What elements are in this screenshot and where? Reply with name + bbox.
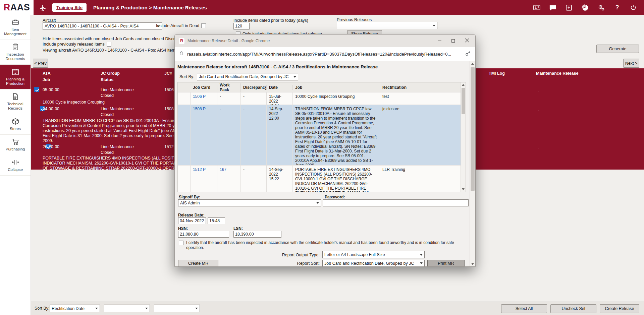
- window-title: Maintenance Release Detail - Google Chro…: [187, 39, 270, 43]
- row-ata: 04-00-00: [43, 107, 59, 111]
- uncheck-sel-button[interactable]: Uncheck Sel: [550, 304, 596, 313]
- scroll-up-icon[interactable]: [462, 84, 465, 86]
- sidebar-item-label: Collapse: [8, 168, 23, 172]
- window-title-bar: R Maintenance Release Detail - Google Ch…: [175, 35, 475, 47]
- scroll-down-icon[interactable]: [462, 188, 465, 190]
- create-mr-button[interactable]: Create MR: [178, 260, 218, 266]
- row-status: Closed: [101, 112, 114, 117]
- clipboard-icon: [1, 43, 30, 51]
- include-dead-checkbox[interactable]: [201, 23, 206, 28]
- days-input[interactable]: [233, 23, 250, 29]
- previous-releases-select[interactable]: [337, 22, 437, 29]
- table-scrollbar[interactable]: [461, 82, 466, 192]
- tab-training-site[interactable]: Training Site: [52, 3, 87, 12]
- password-input[interactable]: [323, 199, 469, 206]
- rectification-cell: jc closure: [380, 105, 461, 165]
- next-page-button[interactable]: Next >: [623, 59, 639, 68]
- sidebar-item-label: Stores: [10, 127, 21, 131]
- report-output-label: Report Output Type:: [253, 253, 320, 257]
- bottom-filter2-select[interactable]: [104, 305, 150, 312]
- release-date-input[interactable]: [178, 217, 206, 224]
- select-all-button[interactable]: Select All: [501, 304, 547, 313]
- hsn-label: HSN:: [178, 226, 188, 231]
- certify-text: I certify that the aircraft has been ins…: [186, 240, 461, 250]
- power-icon[interactable]: [629, 4, 637, 12]
- key-icon[interactable]: [465, 51, 471, 58]
- bottom-sort-select[interactable]: Rectification Date: [50, 305, 100, 312]
- bottom-filter3-select[interactable]: [154, 305, 200, 312]
- chevron-down-icon: [195, 308, 198, 309]
- bottom-sort-by-label: Sort By:: [35, 306, 49, 311]
- certify-checkbox[interactable]: [179, 241, 183, 245]
- date-cell: 15-Jul-202215:04: [267, 92, 293, 105]
- minimize-icon[interactable]: [438, 41, 441, 41]
- hide-items-text: Hide items associated with non-closed Jo…: [43, 37, 187, 41]
- col-job: Job: [293, 85, 380, 90]
- col-date: Date: [267, 85, 293, 90]
- include-dead-row: Include Aircraft in Dead: [156, 23, 206, 28]
- table-row[interactable]: 1512 P 167 - 14-Sep-202215:22 PORTABLE F…: [178, 166, 466, 192]
- row-checkbox[interactable]: [34, 87, 39, 92]
- collapse-arrows-icon: [1, 158, 30, 166]
- include-prev-checkbox[interactable]: [107, 42, 111, 47]
- sidebar-item-inspection-documents[interactable]: Inspection Documents: [0, 40, 31, 65]
- help-icon[interactable]: ?: [613, 4, 621, 12]
- report-sort-select[interactable]: Job Card and Rectification Date, Grouped…: [322, 260, 425, 266]
- row-jc-group: Line Maintenance: [101, 87, 134, 92]
- popup-scrollbar[interactable]: [470, 61, 475, 266]
- job-cell: 10000 Cycle Inspection Grouping: [293, 92, 380, 105]
- scrollbar-thumb[interactable]: [471, 67, 475, 191]
- chevron-down-icon: [433, 25, 435, 26]
- row-status: Closed: [101, 93, 114, 98]
- certify-row: I certify that the aircraft has been ins…: [179, 240, 463, 250]
- scrollbar-thumb[interactable]: [462, 88, 465, 114]
- col-job-card: Job Card: [191, 85, 217, 90]
- sidebar-item-collapse[interactable]: Collapse: [0, 155, 31, 176]
- table-row[interactable]: 1506 P - - 15-Jul-202215:04 10000 Cycle …: [178, 92, 466, 105]
- lsn-label: LSN:: [233, 226, 243, 231]
- create-release-button[interactable]: Create Release: [600, 304, 639, 313]
- job-card-link[interactable]: 1506 P: [191, 92, 217, 105]
- job-card-link[interactable]: 1512 P: [191, 166, 217, 192]
- sidebar-item-planning-production[interactable]: Planning & Production: [0, 65, 31, 89]
- contact-card-icon[interactable]: [533, 4, 541, 12]
- row-status: Closed: [101, 150, 114, 155]
- chevron-down-icon: [316, 202, 319, 204]
- rectification-cell: test: [380, 92, 461, 105]
- sidebar-item-item-management[interactable]: Item Management: [0, 15, 31, 40]
- maximize-icon[interactable]: [451, 39, 455, 43]
- print-mr-button[interactable]: Print MR: [427, 260, 465, 266]
- report-output-select[interactable]: Letter or A4 Landscape Full Size: [322, 251, 425, 258]
- pie-chart-icon[interactable]: [581, 4, 589, 12]
- url-text: raasais.aviationintertec.com/app/TMI/Air…: [187, 52, 465, 57]
- job-cell: PORTABLE FIRE EXTINGUISHERS 4MO INSPECTI…: [293, 166, 380, 192]
- chat-icon[interactable]: [549, 4, 557, 12]
- release-time-input[interactable]: [208, 217, 225, 224]
- sidebar-item-stores[interactable]: Stores: [0, 114, 31, 135]
- sort-by-select[interactable]: Job Card and Rectification Date, Grouped…: [197, 73, 298, 80]
- settings-gears-icon[interactable]: [597, 4, 605, 12]
- scroll-down-icon[interactable]: [471, 263, 474, 265]
- hsn-input[interactable]: [178, 231, 229, 238]
- generate-button[interactable]: Generate: [596, 45, 639, 53]
- row-mr-value: -: [538, 108, 539, 112]
- scroll-up-icon[interactable]: [471, 63, 474, 65]
- rectifications-table: Job Card Work Pack Discrepancy Date Job …: [177, 82, 466, 192]
- aircraft-select[interactable]: AVRO 146RJ100 - 146RJ100 - C-AIS4 - Pos:…: [43, 22, 162, 30]
- include-prev-label: Include previously released items: [43, 42, 105, 47]
- job-card-link[interactable]: 1508 P: [191, 105, 217, 165]
- add-icon[interactable]: [565, 4, 573, 12]
- lsn-input[interactable]: [233, 231, 281, 238]
- sidebar: Item Management Inspection Documents Pla…: [0, 15, 31, 315]
- url-bar[interactable]: raasais.aviationintertec.com/app/TMI/Air…: [175, 47, 475, 61]
- sidebar-item-technical-records[interactable]: Technical Records: [0, 89, 31, 114]
- work-pack-link[interactable]: 167: [217, 166, 241, 192]
- sidebar-item-purchasing[interactable]: Purchasing: [0, 135, 31, 155]
- prev-page-button[interactable]: < Prev: [33, 59, 48, 68]
- sidebar-item-label: Item Management: [4, 27, 26, 36]
- sidebar-item-label: Technical Records: [7, 102, 23, 110]
- signoff-select[interactable]: AIS Admin: [178, 199, 321, 206]
- table-row-selected[interactable]: 1508 P - - 14-Sep-202212:00 TRANSITION F…: [178, 105, 466, 166]
- sort-by-label: Sort By:: [179, 74, 194, 79]
- close-icon[interactable]: [465, 38, 469, 44]
